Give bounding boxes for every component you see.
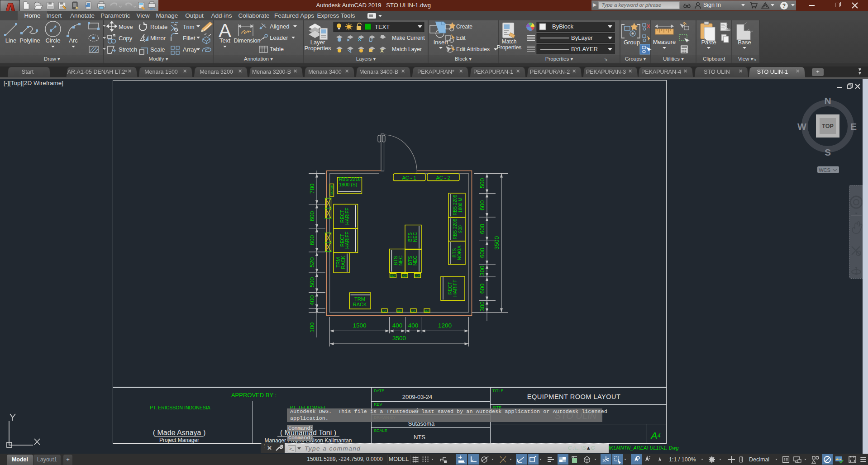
svg-text:Edit Attributes: Edit Attributes: [456, 46, 490, 52]
svg-text:Create: Create: [456, 24, 472, 30]
svg-text:DDF: DDF: [382, 309, 387, 312]
svg-text:Make Current: Make Current: [392, 35, 425, 41]
svg-text:780: 780: [309, 184, 315, 194]
svg-text:( Made Asnaya ): ( Made Asnaya ): [153, 429, 206, 437]
svg-text:1800 (S): 1800 (S): [339, 182, 357, 187]
svg-text:DDF: DDF: [390, 274, 396, 277]
svg-text:BYLAYER: BYLAYER: [571, 46, 598, 52]
svg-text:Properties: Properties: [497, 44, 522, 51]
svg-text:1500: 1500: [353, 322, 366, 329]
svg-text:HARIFF: HARIFF: [452, 280, 458, 297]
svg-text:Match Layer: Match Layer: [392, 46, 422, 52]
svg-text:Scale: Scale: [150, 46, 165, 53]
svg-text:Properties: Properties: [304, 45, 331, 52]
svg-text:HARIFF: HARIFF: [344, 232, 350, 249]
svg-text:600: 600: [479, 200, 486, 211]
svg-text:400: 400: [408, 322, 419, 329]
svg-text:E: E: [850, 121, 857, 132]
svg-text:Match: Match: [502, 38, 517, 45]
svg-text:S: S: [825, 147, 831, 157]
svg-text:Copy: Copy: [119, 35, 133, 42]
svg-text:AC - 2: AC - 2: [436, 175, 450, 180]
svg-text:DCPDB: DCPDB: [330, 185, 333, 195]
svg-text:Trim: Trim: [183, 24, 195, 30]
svg-text:Insert: Insert: [434, 39, 448, 46]
svg-text:RACK: RACK: [353, 302, 367, 307]
svg-text:RBS 2206: RBS 2206: [453, 218, 458, 239]
svg-text:HARIFF: HARIFF: [344, 208, 350, 225]
svg-text:300: 300: [479, 301, 486, 312]
svg-text:1800 M: 1800 M: [458, 198, 463, 213]
svg-text:500: 500: [309, 277, 315, 288]
svg-text:Table: Table: [270, 46, 284, 52]
svg-text:Mirror: Mirror: [150, 35, 166, 42]
svg-text:Decimal: Decimal: [749, 456, 769, 463]
svg-text:WCS: WCS: [819, 167, 830, 173]
svg-text:520: 520: [309, 257, 315, 268]
svg-text:600: 600: [309, 211, 315, 222]
svg-text:DDF: DDF: [424, 309, 430, 312]
svg-text:N: N: [824, 95, 831, 106]
svg-text:PT. ERICSSON INDONESIA: PT. ERICSSON INDONESIA: [150, 405, 210, 410]
svg-text:3500: 3500: [392, 335, 406, 342]
svg-text:NEC: NEC: [398, 255, 403, 266]
svg-text:100: 100: [309, 323, 315, 333]
svg-text:1:1 / 100%: 1:1 / 100%: [669, 456, 696, 463]
svg-text:DDF: DDF: [410, 309, 416, 312]
svg-text:Arc: Arc: [69, 37, 78, 44]
svg-text:400: 400: [309, 295, 315, 306]
svg-text:400: 400: [392, 322, 403, 329]
svg-text:Dimension: Dimension: [234, 38, 260, 44]
svg-text:500: 500: [479, 178, 486, 189]
svg-text:Circle: Circle: [45, 37, 60, 44]
svg-text:DDF: DDF: [415, 274, 420, 277]
svg-text:RACK: RACK: [340, 256, 346, 269]
svg-text:Move: Move: [119, 24, 133, 30]
svg-text:900: 900: [458, 225, 463, 233]
svg-text:[-][Top][2D Wireframe]: [-][Top][2D Wireframe]: [4, 80, 63, 86]
svg-text:NEC: NEC: [412, 232, 418, 242]
svg-text:Leader: Leader: [270, 34, 288, 41]
svg-text:APPROVED BY :: APPROVED BY :: [231, 392, 277, 399]
svg-text:600: 600: [479, 248, 486, 258]
svg-text:NOKIA: NOKIA: [457, 246, 462, 261]
svg-text:Aligned: Aligned: [270, 23, 289, 30]
svg-text:TEXT: TEXT: [375, 24, 390, 30]
svg-text:RBS 2206: RBS 2206: [453, 195, 458, 215]
svg-text:NEC: NEC: [412, 255, 418, 266]
svg-text:3500: 3500: [493, 236, 500, 250]
svg-text:TRM: TRM: [354, 296, 365, 302]
svg-text:600: 600: [479, 224, 486, 234]
svg-text:TITLE: TITLE: [492, 389, 504, 393]
svg-text:A4: A4: [650, 430, 660, 441]
svg-text:2009-03-24: 2009-03-24: [402, 394, 433, 400]
svg-text:Project Manager: Project Manager: [159, 437, 199, 443]
svg-text:600: 600: [309, 235, 315, 246]
svg-text:Stretch: Stretch: [119, 46, 137, 53]
svg-text:1200: 1200: [438, 322, 452, 329]
svg-text:DATE: DATE: [374, 389, 384, 393]
svg-text:Fillet: Fillet: [183, 35, 196, 42]
svg-text:RBS 2216: RBS 2216: [339, 176, 361, 182]
svg-text:TOP: TOP: [822, 123, 833, 129]
svg-text:Text: Text: [219, 37, 230, 44]
svg-text:DDF: DDF: [397, 309, 403, 312]
svg-text:Line: Line: [5, 37, 17, 44]
svg-text:Array: Array: [183, 46, 197, 53]
svg-text:REV: REV: [374, 402, 382, 407]
svg-text:Measure: Measure: [653, 38, 676, 45]
svg-text:Paste: Paste: [701, 39, 716, 46]
svg-text:ByLayer: ByLayer: [571, 34, 593, 41]
svg-text:NTS: NTS: [414, 434, 425, 441]
svg-text:ByBlock: ByBlock: [552, 23, 573, 30]
svg-text:AC - 1: AC - 1: [402, 175, 416, 180]
svg-text:300: 300: [479, 266, 486, 276]
svg-text:DDF: DDF: [401, 274, 407, 277]
svg-text:600: 600: [479, 284, 486, 294]
svg-text:Edit: Edit: [456, 35, 466, 41]
svg-text:?: ?: [782, 3, 786, 9]
svg-text:W: W: [797, 121, 806, 132]
svg-text:EQUIPMENT ROOM LAYOUT: EQUIPMENT ROOM LAYOUT: [527, 393, 621, 400]
svg-text:Rotate: Rotate: [150, 24, 167, 30]
svg-text:Base: Base: [738, 39, 751, 46]
